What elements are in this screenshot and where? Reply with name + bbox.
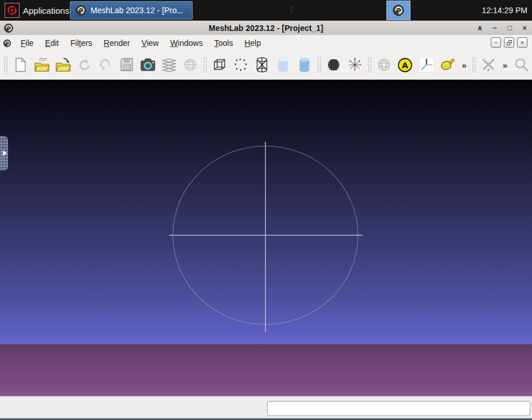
expand-arrow-icon — [3, 150, 7, 156]
texture-sphere-icon[interactable] — [323, 54, 345, 76]
meshlab-logo-icon — [3, 23, 14, 33]
camera-snapshot-icon[interactable] — [138, 54, 159, 76]
import-mesh-folder-icon[interactable] — [53, 54, 74, 76]
points-icon[interactable] — [230, 54, 252, 76]
new-document-icon[interactable] — [10, 54, 32, 76]
panel-separator-icon: ⋮ — [288, 5, 294, 14]
meshlab-logo-icon — [392, 4, 405, 17]
desktop-panel: Applications ⋮ MeshLab 2023.12 - [Pro...… — [0, 0, 532, 21]
maximize-button[interactable]: □ — [506, 21, 514, 36]
close-button[interactable]: × — [521, 21, 529, 36]
status-bar — [0, 396, 532, 420]
window-controls: ∧ − □ × — [476, 21, 529, 36]
open-project-folder-icon[interactable] — [32, 54, 53, 76]
toolbar-separator — [472, 57, 476, 73]
globe-icon[interactable] — [180, 54, 201, 76]
toolbar-overflow-button[interactable]: » — [458, 60, 470, 70]
search-magnifier-icon[interactable] — [511, 54, 532, 76]
menu-filters[interactable]: Filters — [65, 36, 98, 50]
trackball-horizontal-axis — [169, 235, 362, 236]
taskbar-window-button[interactable]: MeshLab 2023.12 - [Pro... — [70, 1, 193, 20]
letter-a-badge-icon[interactable]: A — [394, 54, 416, 76]
menu-windows[interactable]: Windows — [165, 36, 209, 50]
viewport-canvas[interactable] — [0, 80, 532, 396]
applications-menu-button[interactable]: Applications — [1, 1, 73, 20]
trackball-vertical-axis — [265, 142, 266, 332]
trackball-globe-icon[interactable] — [374, 54, 395, 76]
progress-bar — [267, 401, 530, 416]
menu-help[interactable]: Help — [238, 36, 267, 50]
applications-label: Applications — [23, 6, 69, 15]
edit-tools-cross-icon[interactable] — [478, 54, 499, 76]
menu-render[interactable]: Render — [98, 36, 136, 50]
window-title: MeshLab 2023.12 - [Project_1] — [0, 24, 532, 33]
reload-mesh-icon[interactable] — [95, 54, 116, 76]
restore-icon — [507, 40, 512, 45]
toolbar-drag-handle[interactable] — [3, 56, 8, 73]
svg-text:A: A — [402, 60, 409, 69]
main-toolbar: A » » — [0, 50, 532, 80]
decorator-axes-icon[interactable] — [345, 54, 366, 76]
tray-meshlab-button[interactable] — [386, 1, 410, 20]
distro-logo-icon — [5, 3, 19, 18]
wireframe-box-icon[interactable] — [209, 54, 230, 76]
paint-brush-icon[interactable] — [437, 54, 458, 76]
mdi-restore-button[interactable] — [504, 37, 514, 48]
menu-tools[interactable]: Tools — [209, 36, 239, 50]
toolbar-overflow-button-2[interactable]: » — [499, 60, 511, 70]
mdi-minimize-button[interactable]: − — [491, 37, 501, 48]
meshlab-logo-icon — [3, 39, 11, 48]
layers-stack-icon[interactable] — [159, 54, 180, 76]
menu-file[interactable]: File — [15, 36, 40, 50]
mdi-close-button[interactable]: × — [517, 37, 527, 48]
layer-panel-expander[interactable] — [0, 136, 8, 170]
toolbar-separator — [317, 57, 322, 73]
toolbar-separator — [203, 57, 208, 73]
panel-clock[interactable]: 12:14:29 PM — [482, 0, 527, 21]
xyz-axes-icon[interactable] — [416, 54, 437, 76]
shade-button[interactable]: ∧ — [476, 21, 484, 36]
wireframe-cylinder-icon[interactable] — [252, 54, 273, 76]
flat-shading-cylinder-icon[interactable] — [273, 54, 294, 76]
menu-bar: File Edit Filters Render View Windows To… — [0, 36, 532, 50]
toolbar-separator — [367, 57, 372, 73]
menu-edit[interactable]: Edit — [40, 36, 65, 50]
reload-icon[interactable] — [74, 54, 95, 76]
window-titlebar[interactable]: MeshLab 2023.12 - [Project_1] ∧ − □ × — [0, 21, 532, 36]
smooth-shading-cylinder-icon[interactable] — [294, 54, 315, 76]
mdi-window-controls: − × — [491, 37, 527, 48]
taskbar-window-label: MeshLab 2023.12 - [Pro... — [91, 6, 183, 15]
save-floppy-icon[interactable] — [116, 54, 138, 76]
meshlab-logo-icon — [75, 5, 87, 16]
menu-view[interactable]: View — [136, 36, 165, 50]
minimize-button[interactable]: − — [491, 21, 499, 36]
